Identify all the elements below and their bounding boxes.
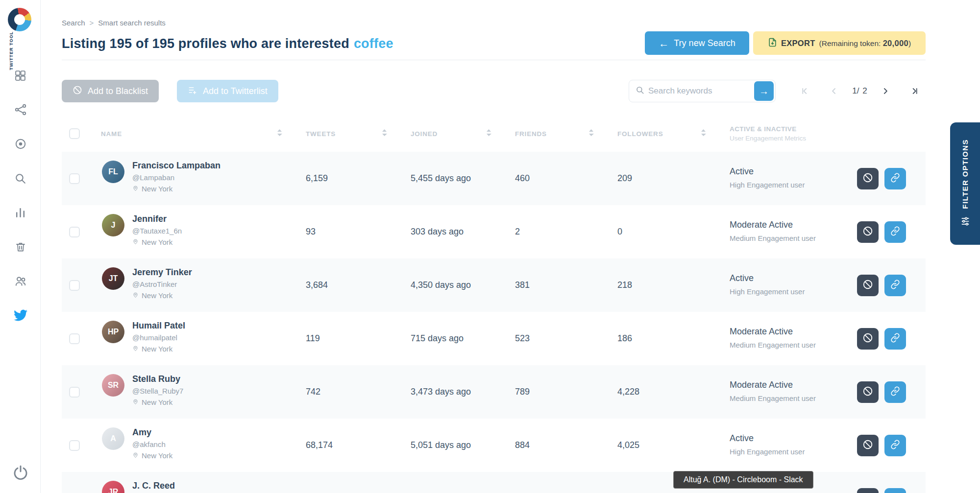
avatar-initials: HP <box>108 328 119 336</box>
followers-value: 4,025 <box>604 419 716 472</box>
power-icon <box>13 465 28 482</box>
avatar[interactable]: HP <box>102 321 124 343</box>
blacklist-row-button[interactable] <box>857 221 879 243</box>
status-cell: Moderate Active Medium Engagement user <box>716 365 853 419</box>
app-logo[interactable] <box>8 8 31 31</box>
blacklist-row-button[interactable] <box>857 275 879 296</box>
sidebar-item-analytics[interactable] <box>10 203 31 224</box>
profile-handle[interactable]: @akfanch <box>132 440 172 448</box>
profile-link-button[interactable] <box>884 328 906 350</box>
profile-link-button[interactable] <box>884 381 906 403</box>
avatar[interactable]: FL <box>102 161 124 183</box>
row-checkbox[interactable] <box>69 227 80 237</box>
profile-name[interactable]: Jennifer <box>132 214 182 224</box>
page-title-keyword: coffee <box>354 36 393 51</box>
profile-link-button[interactable] <box>884 221 906 243</box>
dashboard-icon <box>14 70 26 84</box>
row-checkbox[interactable] <box>69 333 80 344</box>
last-page-button[interactable] <box>904 80 926 102</box>
profile-link-button[interactable] <box>884 275 906 296</box>
try-new-search-button[interactable]: ← Try new Search <box>645 31 749 55</box>
sidebar-item-accounts[interactable] <box>10 271 31 293</box>
export-button[interactable]: EXPORT (Remaining token: 20,000) <box>753 31 926 55</box>
blacklist-row-button[interactable] <box>857 488 879 493</box>
select-all-checkbox[interactable] <box>69 128 80 139</box>
network-icon <box>14 103 27 118</box>
sort-icon <box>277 129 282 138</box>
column-header-followers[interactable]: FOLLOWERS <box>604 116 716 152</box>
bar-chart-icon <box>14 207 26 221</box>
engagement-level: Medium Engagement user <box>730 233 816 244</box>
tweets-value: 93 <box>292 205 397 258</box>
avatar[interactable]: JT <box>102 267 124 290</box>
sidebar-item-twitter[interactable] <box>10 305 31 327</box>
avatar-initials: J <box>111 221 116 230</box>
table-row: J Jennifer @Tautaxe1_6n New York 93 303 … <box>62 205 926 258</box>
row-checkbox[interactable] <box>69 440 80 451</box>
avatar[interactable]: J <box>102 214 124 236</box>
column-header-friends[interactable]: FRIENDS <box>501 116 604 152</box>
sort-icon <box>382 129 387 138</box>
search-keywords-input[interactable] <box>644 86 754 96</box>
avatar[interactable]: JR <box>102 481 124 493</box>
sidebar-item-network[interactable] <box>10 100 31 121</box>
row-checkbox[interactable] <box>69 280 80 291</box>
list-add-icon <box>188 85 197 97</box>
profile-location: New York <box>132 398 183 406</box>
sidebar-item-search[interactable] <box>10 168 31 190</box>
profile-name[interactable]: Francisco Lampaban <box>132 161 220 171</box>
link-icon <box>890 386 900 398</box>
avatar[interactable]: SR <box>102 374 124 397</box>
profile-name[interactable]: Jeremy Tinker <box>132 267 192 278</box>
profile-link-button[interactable] <box>884 488 906 493</box>
target-icon <box>14 138 27 152</box>
profile-handle[interactable]: @humailpatel <box>132 333 185 342</box>
blacklist-row-button[interactable] <box>857 168 879 189</box>
search-submit-button[interactable]: → <box>754 81 774 101</box>
column-header-name[interactable]: NAME <box>87 116 292 152</box>
column-header-tweets[interactable]: TWEETS <box>292 116 397 152</box>
add-to-twitterlist-button[interactable]: Add to Twitterlist <box>177 80 278 102</box>
try-new-search-label: Try new Search <box>674 38 735 48</box>
blacklist-row-button[interactable] <box>857 381 879 403</box>
location-pin-icon <box>132 185 139 193</box>
friends-value: 381 <box>501 258 604 312</box>
table-header: NAME TWEETS JOINED FRIENDS FOLLOWERS ACT… <box>62 116 926 152</box>
friends-value <box>501 472 604 493</box>
sidebar-item-dashboard[interactable] <box>10 66 31 87</box>
prev-page-button[interactable] <box>823 80 845 102</box>
row-checkbox[interactable] <box>69 387 80 398</box>
ban-icon <box>862 172 873 185</box>
filter-options-tab[interactable]: FILTER OPTIONS <box>950 122 980 245</box>
next-page-button[interactable] <box>875 80 896 102</box>
add-to-blacklist-button[interactable]: Add to Blacklist <box>62 80 159 102</box>
sidebar-item-power[interactable] <box>10 463 31 484</box>
profile-name[interactable]: Stella Ruby <box>132 374 183 384</box>
sidebar-item-audience-target[interactable] <box>10 134 31 156</box>
filter-options-label: FILTER OPTIONS <box>961 139 969 209</box>
profile-name[interactable]: Humail Patel <box>132 321 185 331</box>
profile-name[interactable]: Amy <box>132 427 172 438</box>
column-header-joined[interactable]: JOINED <box>397 116 501 152</box>
page-indicator: 1/ 2 <box>852 86 867 96</box>
row-actions <box>853 312 926 365</box>
profile-link-button[interactable] <box>884 435 906 456</box>
profile-link-button[interactable] <box>884 168 906 189</box>
profile-handle[interactable]: @Tautaxe1_6n <box>132 227 182 235</box>
avatar[interactable]: A <box>102 427 124 450</box>
breadcrumb-search[interactable]: Search <box>62 19 85 27</box>
ban-icon <box>862 332 873 345</box>
joined-value: 5,051 days ago <box>397 419 501 472</box>
blacklist-row-button[interactable] <box>857 328 879 350</box>
profile-handle[interactable]: @Lampaban <box>132 173 220 182</box>
first-page-button[interactable] <box>794 80 815 102</box>
blacklist-row-button[interactable] <box>857 435 879 456</box>
row-checkbox[interactable] <box>69 173 80 184</box>
profile-handle[interactable]: @AstroTinker <box>132 280 192 288</box>
profile-name[interactable]: J. C. Reed <box>132 481 175 491</box>
sidebar: TWITTER TOOL <box>0 0 41 493</box>
sidebar-item-delete[interactable] <box>10 237 31 258</box>
status-cell: Moderate Active Medium Engagement user <box>716 205 853 258</box>
row-actions <box>853 472 926 493</box>
profile-handle[interactable]: @Stella_Ruby7 <box>132 387 183 395</box>
